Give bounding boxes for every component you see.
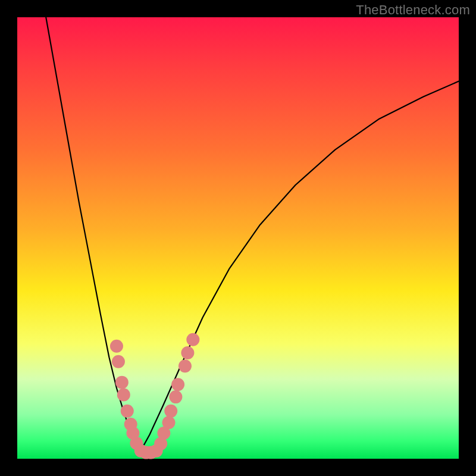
data-marker: [171, 378, 184, 391]
watermark-label: TheBottleneck.com: [356, 2, 470, 18]
data-marker: [164, 405, 177, 418]
marker-layer: [110, 333, 199, 459]
data-marker: [110, 340, 123, 353]
data-marker: [115, 376, 129, 389]
data-marker: [121, 405, 134, 418]
data-marker: [186, 333, 199, 346]
curve-right-branch: [140, 82, 459, 452]
chart-frame: TheBottleneck.com: [0, 0, 476, 476]
data-marker: [178, 359, 192, 372]
data-marker: [162, 416, 176, 429]
chart-svg: [17, 17, 459, 459]
data-marker: [112, 355, 125, 368]
data-marker: [169, 390, 182, 403]
data-marker: [181, 346, 194, 359]
plot-area: [17, 17, 459, 459]
data-marker: [117, 388, 130, 401]
curve-layer: [46, 17, 459, 452]
